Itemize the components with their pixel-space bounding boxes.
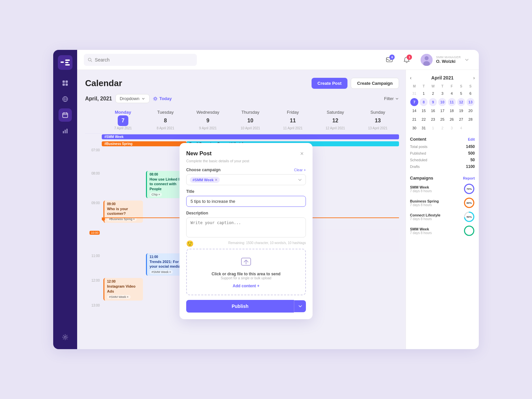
cell-sun-1300[interactable] — [356, 302, 399, 325]
mini-cal-day[interactable]: 12 — [457, 98, 465, 106]
modal-close-button[interactable]: × — [298, 150, 306, 158]
mini-cal-day[interactable]: 31 — [420, 124, 428, 132]
sidebar-icon-chart[interactable] — [59, 124, 72, 138]
event-instagram[interactable]: 12:00 Instagram Video Ads #SMM Week × — [103, 278, 143, 301]
mini-cal-day[interactable]: 19 — [457, 107, 465, 115]
mini-cal-day[interactable]: 25 — [438, 115, 446, 123]
sidebar-icon-calendar[interactable] — [59, 108, 72, 122]
cell-mon-800[interactable] — [102, 170, 144, 200]
mini-cal-day[interactable]: 21 — [410, 115, 418, 123]
campaign-select-dropdown[interactable]: #SMM Week × — [186, 174, 306, 185]
mini-cal-day[interactable]: 17 — [438, 107, 446, 115]
upload-sub: Support for a single or bulk upload — [190, 276, 302, 280]
cell-mon-700[interactable] — [102, 147, 144, 170]
tag-remove-icon[interactable]: × — [127, 295, 128, 299]
cell-mon-1000[interactable] — [102, 229, 144, 252]
tag-remove-icon[interactable]: × — [158, 193, 160, 196]
cell-sun-800[interactable] — [356, 170, 399, 200]
mini-cal-day[interactable]: 5 — [457, 89, 465, 97]
mini-cal-day[interactable]: 31 — [410, 89, 418, 97]
clear-campaign-button[interactable]: Clear + — [294, 168, 306, 172]
cell-sat-700[interactable] — [314, 147, 357, 170]
time-label-1300: 13:00 — [85, 302, 102, 325]
mini-cal-day-today[interactable]: 7 — [410, 98, 418, 106]
day-num-2: 9 — [202, 115, 213, 126]
mini-cal-day[interactable]: 15 — [420, 107, 428, 115]
cell-mon-1100[interactable] — [102, 253, 144, 277]
mini-cal-day[interactable]: 3 — [448, 124, 456, 132]
cell-mon-1300[interactable] — [102, 302, 144, 325]
cell-mon-1200[interactable]: 12:00 Instagram Video Ads #SMM Week × — [102, 277, 144, 302]
file-upload-area[interactable]: Click or drag file to this area to send … — [186, 249, 306, 295]
filter-button[interactable]: Filter — [384, 96, 399, 101]
post-description-textarea[interactable] — [186, 217, 306, 237]
cell-sat-1200[interactable] — [314, 277, 357, 302]
cell-sun-1000[interactable] — [356, 229, 399, 252]
today-button[interactable]: Today — [153, 96, 172, 101]
mini-cal-day[interactable] — [466, 124, 474, 132]
sidebar-icon-settings[interactable] — [59, 331, 72, 344]
mini-cal-day[interactable]: 22 — [420, 115, 428, 123]
mini-cal-day[interactable]: 26 — [448, 115, 456, 123]
mini-cal-day[interactable]: 13 — [466, 98, 474, 106]
mini-cal-day[interactable]: 4 — [448, 89, 456, 97]
event-customer[interactable]: 09:00 Who is your customer? #Business Sp… — [103, 200, 143, 223]
tag-remove-icon[interactable]: × — [169, 270, 171, 274]
sidebar-icon-globe[interactable] — [59, 92, 72, 106]
cell-sat-900[interactable] — [314, 200, 357, 229]
day-date-3: 10 April 2021 — [230, 126, 270, 130]
mini-cal-day[interactable]: 4 — [457, 124, 465, 132]
add-content-button[interactable]: Add content + — [233, 284, 259, 288]
mini-cal-day[interactable]: 1 — [429, 124, 437, 132]
cell-sun-1200[interactable] — [356, 277, 399, 302]
mini-cal-day[interactable]: 11 — [448, 98, 456, 106]
cell-sun-900[interactable] — [356, 200, 399, 229]
notifications-icon-button[interactable]: 1 — [401, 54, 413, 66]
mini-cal-day[interactable]: 23 — [429, 115, 437, 123]
cell-sun-700[interactable] — [356, 147, 399, 170]
mini-cal-day[interactable]: 10 — [438, 98, 446, 106]
emoji-button[interactable]: 🙂 — [186, 240, 194, 247]
sidebar-icon-dashboard[interactable] — [59, 76, 72, 90]
post-title-input[interactable] — [186, 196, 306, 207]
mini-cal-day[interactable]: 2 — [438, 124, 446, 132]
messages-icon-button[interactable]: 6 — [383, 54, 395, 66]
mini-cal-prev[interactable]: ‹ — [410, 75, 412, 80]
mini-cal-day[interactable]: 6 — [466, 89, 474, 97]
mini-cal-day[interactable]: 28 — [466, 115, 474, 123]
dropdown-chevron-icon — [141, 97, 145, 101]
right-campaigns-report[interactable]: Report — [463, 176, 475, 180]
description-label: Description — [186, 211, 306, 215]
user-menu[interactable]: SMM MANAGER O. Wolzki — [418, 53, 472, 67]
chevron-down-icon — [464, 57, 469, 63]
mini-cal-next[interactable]: › — [473, 75, 475, 80]
mini-cal-day[interactable]: 14 — [410, 107, 418, 115]
cell-mon-900[interactable]: 09:00 Who is your customer? #Business Sp… — [102, 200, 144, 229]
create-post-button[interactable]: Create Post — [312, 78, 347, 89]
search-box[interactable] — [84, 54, 197, 66]
mini-cal-day[interactable]: 27 — [457, 115, 465, 123]
cell-sat-1300[interactable] — [314, 302, 357, 325]
mini-cal-day[interactable]: 18 — [448, 107, 456, 115]
cell-sun-1100[interactable] — [356, 253, 399, 277]
cell-sat-1100[interactable] — [314, 253, 357, 277]
right-content-edit[interactable]: Edit — [468, 137, 475, 141]
cell-sat-800[interactable] — [314, 170, 357, 200]
mini-cal-day[interactable]: 16 — [429, 107, 437, 115]
event-tag: #SMM Week × — [150, 270, 173, 274]
search-input[interactable] — [95, 57, 193, 63]
tag-remove-button[interactable]: × — [215, 178, 217, 182]
publish-button[interactable]: Publish — [186, 300, 294, 313]
mini-cal-day[interactable]: 2 — [429, 89, 437, 97]
mini-cal-day[interactable]: 9 — [429, 98, 437, 106]
mini-cal-day[interactable]: 20 — [466, 107, 474, 115]
mini-cal-day[interactable]: 3 — [438, 89, 446, 97]
mini-cal-day[interactable]: 30 — [410, 124, 418, 132]
create-campaign-button[interactable]: Create Campaign — [351, 78, 399, 89]
mini-cal-day[interactable]: 1 — [420, 89, 428, 97]
tag-remove-icon[interactable]: × — [133, 217, 135, 221]
view-dropdown[interactable]: Dropdown — [115, 94, 150, 103]
mini-cal-day[interactable]: 8 — [420, 98, 428, 106]
publish-dropdown-button[interactable] — [294, 300, 306, 312]
cell-sat-1000[interactable] — [314, 229, 357, 252]
